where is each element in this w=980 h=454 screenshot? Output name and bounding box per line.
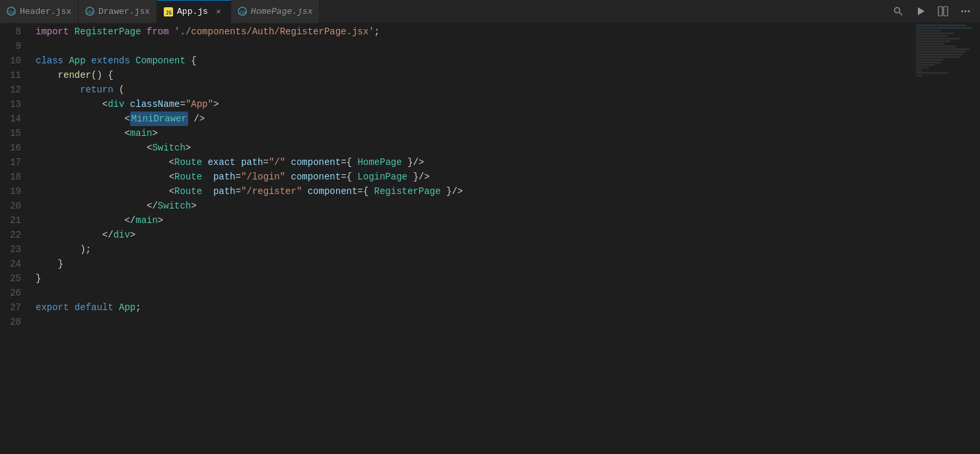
run-button[interactable] — [911, 2, 930, 20]
code-line-15: <main> — [33, 126, 914, 141]
svg-marker-10 — [918, 7, 925, 15]
svg-point-14 — [965, 11, 967, 13]
code-line-17: <Route exact path="/" component={ HomePa… — [33, 155, 914, 170]
line-num-15: 15 — [0, 126, 26, 141]
code-line-16: <Switch> — [33, 141, 914, 155]
code-editor[interactable]: import RegisterPage from './components/A… — [33, 23, 914, 454]
line-num-22: 22 — [0, 228, 26, 242]
more-button[interactable] — [956, 2, 975, 20]
svg-point-8 — [895, 8, 900, 13]
line-num-25: 25 — [0, 271, 26, 286]
split-icon — [938, 6, 948, 16]
svg-rect-11 — [938, 7, 942, 16]
line-num-21: 21 — [0, 213, 26, 228]
tab-drawer[interactable]: JSX Drawer.jsx — [79, 0, 157, 23]
code-line-11: render() { — [33, 68, 914, 82]
split-button[interactable] — [934, 2, 952, 20]
code-line-13: <div className="App"> — [33, 97, 914, 112]
code-line-23: ); — [33, 242, 914, 257]
code-line-20: </Switch> — [33, 199, 914, 213]
tab-app-label: App.js — [177, 7, 208, 16]
svg-line-9 — [899, 13, 902, 15]
line-num-16: 16 — [0, 141, 26, 155]
js-icon: JS — [164, 7, 173, 16]
code-line-27: export default App; — [33, 300, 914, 315]
code-line-21: </main> — [33, 213, 914, 228]
code-line-12: return ( — [33, 82, 914, 97]
code-line-28 — [33, 315, 914, 329]
jsx-icon: JSX — [7, 7, 16, 16]
line-numbers: 8 9 10 11 12 13 14 15 16 17 18 19 20 21 … — [0, 23, 33, 454]
search-button[interactable] — [889, 2, 907, 20]
more-icon — [960, 6, 971, 16]
code-line-10: class App extends Component { — [33, 53, 914, 68]
code-line-19: <Route path="/register" component={ Regi… — [33, 184, 914, 199]
svg-text:JSX: JSX — [238, 10, 246, 15]
code-line-14: <MiniDrawer /> — [33, 112, 914, 126]
line-num-9: 9 — [0, 39, 26, 53]
svg-point-13 — [962, 11, 963, 13]
code-line-8: import RegisterPage from './components/A… — [33, 24, 914, 39]
code-line-24: } — [33, 257, 914, 271]
svg-text:JS: JS — [166, 10, 172, 16]
tab-app-close[interactable]: ✕ — [213, 7, 224, 17]
code-line-9 — [33, 39, 914, 53]
run-icon — [915, 6, 926, 16]
minimap-content — [915, 23, 980, 79]
line-num-27: 27 — [0, 300, 26, 315]
line-num-24: 24 — [0, 257, 26, 271]
code-line-26 — [33, 286, 914, 300]
toolbar-right — [889, 2, 980, 20]
line-num-19: 19 — [0, 184, 26, 199]
line-num-11: 11 — [0, 68, 26, 82]
tab-header[interactable]: JSX Header.jsx — [0, 0, 79, 23]
code-line-18: <Route path="/login" component={ LoginPa… — [33, 170, 914, 184]
search-icon — [893, 6, 903, 16]
code-line-25: } — [33, 271, 914, 286]
svg-text:JSX: JSX — [86, 10, 93, 15]
tab-homepage-label: HomePage.jsx — [251, 7, 313, 16]
line-num-10: 10 — [0, 53, 26, 68]
line-num-12: 12 — [0, 82, 26, 97]
line-num-20: 20 — [0, 199, 26, 213]
jsx-icon-homepage: JSX — [238, 7, 247, 16]
code-line-22: </div> — [33, 228, 914, 242]
tab-header-label: Header.jsx — [20, 7, 71, 16]
jsx-icon-drawer: JSX — [85, 7, 94, 16]
line-num-23: 23 — [0, 242, 26, 257]
tab-homepage[interactable]: JSX HomePage.jsx — [231, 0, 320, 23]
svg-text:JSX: JSX — [7, 10, 15, 15]
line-num-18: 18 — [0, 170, 26, 184]
line-num-8: 8 — [0, 24, 26, 39]
line-num-28: 28 — [0, 315, 26, 329]
svg-rect-12 — [944, 7, 948, 16]
tab-drawer-label: Drawer.jsx — [98, 7, 150, 16]
tab-app[interactable]: JS App.js ✕ — [157, 0, 231, 23]
editor: 8 9 10 11 12 13 14 15 16 17 18 19 20 21 … — [0, 23, 980, 454]
line-num-13: 13 — [0, 97, 26, 112]
svg-point-15 — [968, 11, 970, 13]
line-num-14: 14 — [0, 112, 26, 126]
tab-bar: JSX Header.jsx JSX Drawer.jsx JS App.js … — [0, 0, 980, 23]
line-num-26: 26 — [0, 286, 26, 300]
minimap — [914, 23, 980, 454]
line-num-17: 17 — [0, 155, 26, 170]
